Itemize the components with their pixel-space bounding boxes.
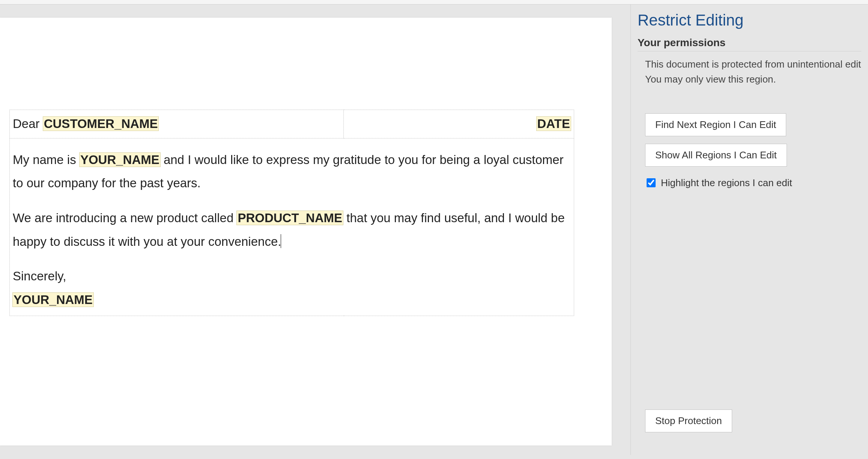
- field-customer-name[interactable]: CUSTOMER_NAME: [43, 117, 159, 131]
- closing-block: Sincerely, YOUR_NAME: [13, 265, 571, 312]
- closing-text: Sincerely,: [13, 265, 571, 288]
- restrict-editing-panel: Restrict Editing Your permissions This d…: [630, 5, 868, 455]
- ribbon-strip: [0, 0, 868, 5]
- region-buttons: Find Next Region I Can Edit Show All Reg…: [645, 113, 861, 174]
- document-page[interactable]: Dear CUSTOMER_NAME DATE My name is YOUR_…: [0, 18, 612, 445]
- field-date[interactable]: DATE: [537, 117, 571, 131]
- stop-protection-button[interactable]: Stop Protection: [645, 409, 732, 432]
- letter-body-cell[interactable]: My name is YOUR_NAME and I would like to…: [10, 138, 574, 316]
- field-product-name[interactable]: PRODUCT_NAME: [237, 211, 343, 225]
- p2-text-a: We are introducing a new product called: [13, 211, 237, 225]
- greeting-prefix: Dear: [13, 117, 43, 131]
- permissions-heading: Your permissions: [638, 37, 861, 49]
- panel-title: Restrict Editing: [638, 11, 861, 29]
- field-signature[interactable]: YOUR_NAME: [13, 293, 93, 307]
- highlight-regions-checkbox[interactable]: [647, 178, 656, 187]
- permissions-divider: [638, 51, 861, 51]
- greeting-cell[interactable]: Dear CUSTOMER_NAME: [10, 110, 344, 138]
- letter-table: Dear CUSTOMER_NAME DATE My name is YOUR_…: [9, 110, 574, 316]
- find-next-region-button[interactable]: Find Next Region I Can Edit: [645, 113, 786, 136]
- document-canvas: Dear CUSTOMER_NAME DATE My name is YOUR_…: [0, 5, 630, 455]
- permissions-line-2: You may only view this region.: [645, 72, 865, 87]
- field-your-name[interactable]: YOUR_NAME: [80, 153, 160, 167]
- date-cell[interactable]: DATE: [344, 110, 574, 138]
- show-all-regions-button[interactable]: Show All Regions I Can Edit: [645, 144, 787, 167]
- permissions-line-1: This document is protected from unintent…: [645, 57, 865, 72]
- paragraph-1: My name is YOUR_NAME and I would like to…: [13, 148, 571, 195]
- paragraph-2: We are introducing a new product called …: [13, 206, 571, 253]
- text-cursor: [281, 234, 281, 248]
- highlight-regions-label[interactable]: Highlight the regions I can edit: [661, 177, 792, 189]
- p1-text-a: My name is: [13, 153, 80, 167]
- highlight-regions-row: Highlight the regions I can edit: [645, 177, 861, 189]
